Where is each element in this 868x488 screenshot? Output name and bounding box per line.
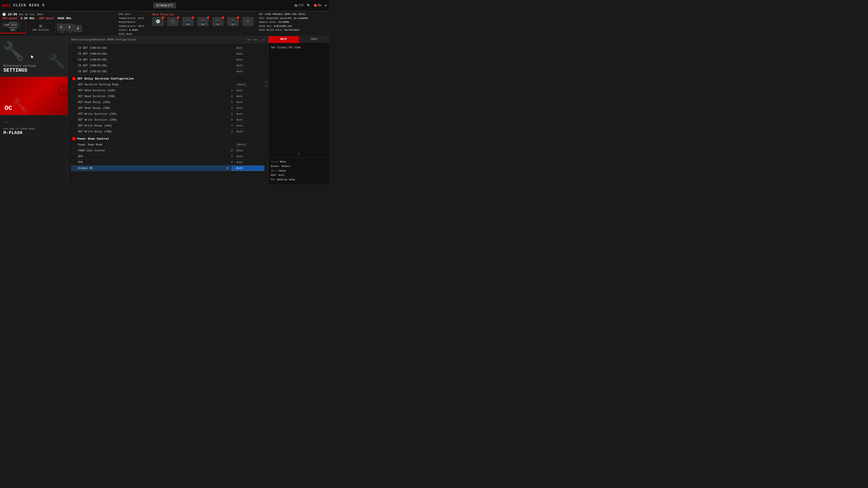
power-down-collapse-button[interactable]: − (72, 137, 75, 140)
oc-label: OC (4, 105, 12, 111)
setting-row-odt-read-duration-cha[interactable]: ODT Read Duration (CHA) 0 Auto (71, 88, 265, 94)
cpu-speed-label: CPU Speed (2, 17, 17, 20)
wrench-bg-icon: 🔧 (2, 41, 25, 63)
odt-delay-collapse-button[interactable]: − (72, 77, 75, 80)
ez-mode-button[interactable]: EZ Mode (F7) (153, 3, 176, 8)
setting-value: Auto (237, 46, 264, 50)
setting-row-ca-odt-chb-d1-gb[interactable]: CA ODT (CHB/D1/GB) Auto (71, 57, 265, 63)
f12-label: F12 (299, 4, 304, 7)
help-tab[interactable]: HELP (268, 36, 299, 43)
setting-value: Auto (237, 70, 264, 73)
profile-2-button[interactable]: 2 (66, 24, 73, 31)
oc-bg-icon-2: 🔧 (11, 97, 28, 114)
setting-value: Auto (237, 130, 264, 133)
msi-logo: msi (2, 3, 11, 8)
setting-num: 0 (227, 155, 237, 158)
setting-row-cs-odt-chb-d1-gb[interactable]: CS ODT (CHB/D1/GB) Auto (71, 63, 265, 69)
screenshot-button[interactable]: 📷 F12 (294, 4, 304, 7)
setting-name: ODT Write Duration (CHB) (72, 119, 227, 122)
boot-device-3[interactable]: 📱 U USB (182, 17, 193, 26)
setting-value: Auto (237, 95, 264, 98)
power-down-section-header[interactable]: − Power Down Control (71, 135, 265, 142)
setting-row-odt-write-duration-cha[interactable]: ODT Write Duration (CHA) 0 Auto (71, 111, 265, 117)
boot-priority-label: Boot Priority (153, 13, 253, 16)
expand-down-icon: ▶ (266, 85, 267, 88)
setting-row-odt-read-delay-cha[interactable]: ODT Read Delay (CHA) 0 Auto (71, 99, 265, 105)
language-button[interactable]: 🔴 En (314, 4, 321, 7)
setting-value: Auto (237, 53, 264, 56)
setting-name: ODT Read Delay (CHA) (72, 101, 227, 104)
global-pd-value: Auto (237, 167, 243, 170)
time-row: 🕙 10:06 Sat 29 Jun, 2024 (0, 11, 115, 17)
setting-name: ODT Read Delay (CHB) (72, 107, 227, 110)
xmp-button[interactable]: ▤ XMP Profile (26, 21, 55, 33)
hdd-icon: 💿 (156, 19, 160, 24)
sidebar-mflash-section[interactable]: → Use USB to flash BIOS M-FLASH (0, 115, 68, 184)
settings-small-title: Motherboard settings (3, 64, 36, 68)
setting-row-apd[interactable]: APD 0 Auto (71, 154, 265, 160)
setting-value: Auto (237, 124, 264, 127)
expand-up-icon: ◀ (266, 80, 267, 83)
bios-title: CLICK BIOS 5 (13, 3, 45, 7)
setting-value: Auto (237, 89, 264, 92)
boot-arrow-3: › (194, 20, 196, 23)
center-info: CPU Core Temperature: 24°C Motherboard T… (115, 11, 149, 36)
general-help-cmd: F1: General Help (271, 178, 295, 181)
disk-icon: ⚫ (170, 19, 175, 24)
boot-device-5[interactable]: 📱 U USB (213, 17, 223, 26)
settings-large-title: SETTINGS (3, 68, 36, 73)
close-button[interactable]: ✕ (324, 3, 327, 8)
boot-device-7[interactable]: 🗒 (243, 17, 253, 26)
setting-row-odt-write-duration-chb[interactable]: ODT Write Duration (CHB) 0 Auto (71, 117, 265, 123)
speed-row: CPU Speed 3.20 GHz DDR Speed 5600 MHz (0, 17, 115, 21)
info-profile-area: 🕙 10:06 Sat 29 Jun, 2024 CPU Speed 3.20 … (0, 11, 329, 36)
breadcrumb: Overclocking\Advanced DRAM Configuration (71, 38, 136, 41)
setting-row-cs-odt-chb-d1-ga[interactable]: CS ODT (CHB/D1/GA) Auto (71, 45, 265, 51)
boot-device-1[interactable]: 💿 U (153, 17, 163, 26)
cpu-button[interactable]: CPU CPU (0, 21, 26, 33)
setting-num: 0 (227, 89, 237, 92)
setting-value-box[interactable]: ✏ Auto (232, 166, 264, 170)
setting-name: CK ODT (CHB/D1/GB) (72, 70, 227, 73)
setting-value: Auto (237, 161, 264, 164)
time-display: 10:06 (8, 13, 17, 16)
profile-2-user: 2 user (66, 31, 73, 33)
profile-num-buttons: 1 1 user 2 2 user 3 (57, 21, 82, 36)
setting-name: PDWN Idle Counter (72, 149, 227, 152)
panel-expand-arrows[interactable]: ◀ ▶ (265, 79, 268, 89)
setting-row-odt-write-delay-chb[interactable]: ODT Write Delay (CHB) 0 Auto (71, 129, 265, 135)
boot-device-6[interactable]: 📱 U USB (228, 17, 239, 26)
boot-device-2[interactable]: ⚫ U (167, 17, 178, 26)
setting-num: 0 (227, 112, 237, 116)
scroll-indicator: ≡ (268, 151, 329, 157)
main-content: 🔧 🔧 Motherboard settings SETTINGS ⚙ 🔧 OC (0, 36, 329, 184)
boot-device-4[interactable]: 📱 U USB (197, 17, 209, 26)
setting-name: CK ODT (CHB/D1/GA) (72, 53, 227, 56)
setting-name: CS ODT (CHB/D1/GA) (72, 46, 227, 50)
setting-row-pdwn-idle-counter[interactable]: PDWN Idle Counter 32 Auto (71, 148, 265, 154)
setting-row-odt-read-delay-chb[interactable]: ODT Read Delay (CHB) 0 Auto (71, 105, 265, 111)
setting-row-ppd[interactable]: PPD 0 Auto (71, 160, 265, 165)
setting-row-ck-odt-chb-d1-gb[interactable]: CK ODT (CHB/D1/GB) Auto (71, 69, 265, 74)
hotkey-label: HOT KEY (247, 38, 258, 41)
setting-row-global-pd[interactable]: Global PD 0 ✏ Auto (71, 165, 265, 171)
profile-3-button[interactable]: 3 (74, 25, 82, 32)
setting-num: 0 (227, 101, 237, 104)
setting-row-power-down-mode[interactable]: Power Down Mode [Auto] (71, 142, 265, 148)
search-button[interactable]: 🔍 (307, 4, 310, 7)
settings-list[interactable]: CS ODT (CHB/D1/GA) Auto CK ODT (CHB/D1/G… (68, 43, 268, 184)
setting-row-odt-read-duration-chb[interactable]: ODT Read Duration (CHB) 0 Auto (71, 94, 265, 99)
odt-delay-section-header[interactable]: − ODT Delay Duration Configuration (71, 75, 265, 82)
help-panel: HELP INFO ◀ ▶ Set Global PD item. ≡ ↑↓←→… (268, 36, 329, 184)
sidebar-oc-section[interactable]: ⚙ 🔧 OC (0, 77, 68, 115)
hotkey-area: HOT KEY | ↩ (247, 38, 265, 41)
move-cmd: ↑↓←→: Move (271, 160, 286, 163)
info-tab[interactable]: INFO (299, 36, 329, 43)
back-button[interactable]: ↩ (263, 38, 265, 41)
odt-delay-section-title: ODT Delay Duration Configuration (77, 77, 134, 80)
setting-row-ck-odt-chb-d1-ga[interactable]: CK ODT (CHB/D1/GA) Auto (71, 51, 265, 57)
setting-row-odt-write-delay-cha[interactable]: ODT Write Delay (CHA) 0 Auto (71, 123, 265, 129)
sidebar-settings-section[interactable]: 🔧 🔧 Motherboard settings SETTINGS (0, 36, 68, 77)
setting-row-odt-duration-mode[interactable]: ODT Duration Setting Mode [Auto] (71, 82, 265, 88)
profile-1-button[interactable]: 1 (57, 24, 65, 31)
